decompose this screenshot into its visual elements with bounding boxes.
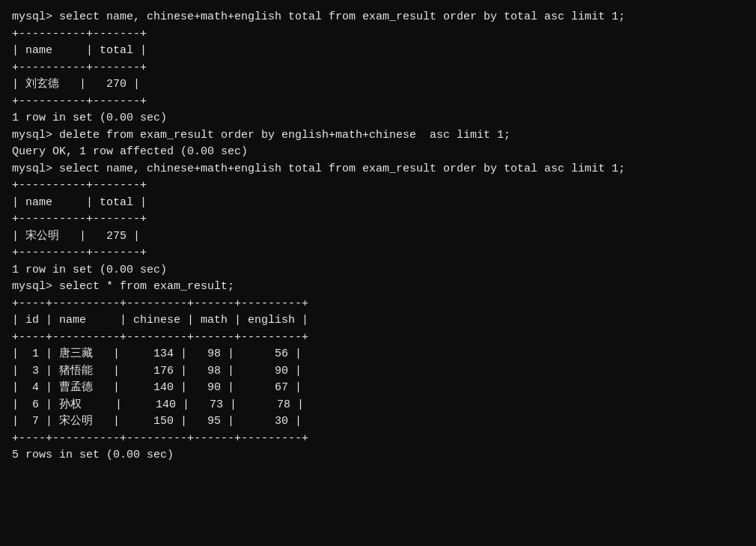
terminal-line: +----+----------+---------+------+------… bbox=[12, 296, 744, 313]
terminal-line: +----------+-------+ bbox=[12, 211, 744, 228]
terminal-line: | 6 | 孙权 | 140 | 73 | 78 | bbox=[12, 397, 744, 414]
terminal-line: | 3 | 猪悟能 | 176 | 98 | 90 | bbox=[12, 363, 744, 380]
terminal-line: +----------+-------+ bbox=[12, 26, 744, 43]
terminal-line: | name | total | bbox=[12, 43, 744, 60]
terminal-line: +----------+-------+ bbox=[12, 60, 744, 77]
terminal-line: Query OK, 1 row affected (0.00 sec) bbox=[12, 144, 744, 161]
terminal-line: | name | total | bbox=[12, 195, 744, 212]
terminal-line: | id | name | chinese | math | english | bbox=[12, 312, 744, 330]
terminal-line: 1 row in set (0.00 sec) bbox=[12, 262, 744, 279]
terminal-line: mysql> select * from exam_result; bbox=[12, 279, 744, 296]
terminal-line: +----+----------+---------+------+------… bbox=[12, 330, 744, 347]
terminal-line: +----+----------+---------+------+------… bbox=[12, 431, 744, 448]
terminal-line: | 4 | 曹孟德 | 140 | 90 | 67 | bbox=[12, 380, 744, 397]
terminal-line: mysql> delete from exam_result order by … bbox=[12, 127, 744, 145]
terminal-line: | 1 | 唐三藏 | 134 | 98 | 56 | bbox=[12, 346, 744, 363]
terminal-output: mysql> select name, chinese+math+english… bbox=[12, 9, 744, 464]
terminal-line: +----------+-------+ bbox=[12, 245, 744, 262]
terminal-line: mysql> select name, chinese+math+english… bbox=[12, 9, 744, 26]
terminal-line: 1 row in set (0.00 sec) bbox=[12, 110, 744, 127]
terminal-line: +----------+-------+ bbox=[12, 94, 744, 111]
terminal-line: | 刘玄德 | 270 | bbox=[12, 76, 744, 94]
terminal-line: | 宋公明 | 275 | bbox=[12, 228, 744, 246]
terminal-line: +----------+-------+ bbox=[12, 178, 744, 195]
terminal-line: 5 rows in set (0.00 sec) bbox=[12, 447, 744, 464]
terminal-line: | 7 | 宋公明 | 150 | 95 | 30 | bbox=[12, 413, 744, 431]
terminal-line: mysql> select name, chinese+math+english… bbox=[12, 161, 744, 178]
